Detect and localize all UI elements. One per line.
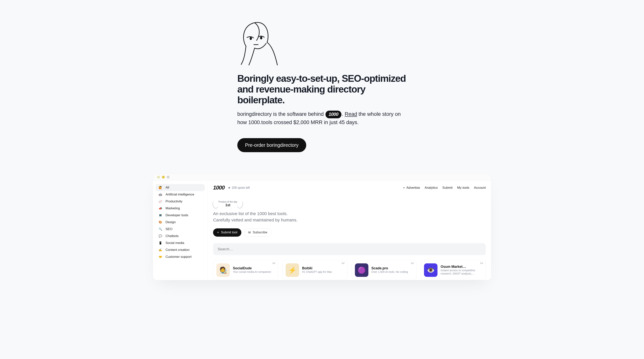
svg-point-0 bbox=[250, 37, 252, 40]
nav-advertise[interactable]: Advertise bbox=[403, 186, 420, 190]
sidebar-item-seo[interactable]: 🔍SEO bbox=[156, 226, 205, 233]
tool-card[interactable]: Ad👁️Osum Market…Instant access to compet… bbox=[421, 260, 486, 280]
app-logo: 1000 bbox=[213, 185, 224, 191]
sidebar-item-icon: 💬 bbox=[158, 234, 162, 238]
product-of-day-badge: Product of the day 1st bbox=[213, 200, 242, 207]
spots-left: 108 spots left bbox=[228, 186, 250, 190]
ad-badge: Ad bbox=[411, 262, 414, 265]
nav-submit[interactable]: Submit bbox=[442, 186, 452, 190]
sidebar-item-icon: 📈 bbox=[158, 200, 162, 203]
sidebar-item-label: Artificial intelligence bbox=[166, 193, 194, 196]
preorder-button[interactable]: Pre-order boringdirectory bbox=[237, 138, 306, 152]
product-screenshot-frame: 🙋All🤖Artificial intelligence📈Productivit… bbox=[153, 173, 491, 280]
sidebar-item-customer-support[interactable]: 🤝Customer support bbox=[156, 253, 205, 260]
sidebar-item-icon: ✍️ bbox=[158, 248, 162, 252]
tool-desc: #1 ChatGPT app for Mac bbox=[302, 270, 332, 274]
page-headline: Boringly easy-to-set-up, SEO-optimized a… bbox=[237, 73, 407, 105]
sidebar: 🙋All🤖Artificial intelligence📈Productivit… bbox=[153, 181, 208, 280]
sidebar-item-icon: 💻 bbox=[158, 214, 162, 217]
tool-card[interactable]: Ad🧑‍🎨SocialDudeYour social media AI comp… bbox=[213, 260, 278, 280]
tool-thumb: ⚡ bbox=[286, 263, 299, 277]
sidebar-item-design[interactable]: 🎨Design bbox=[156, 219, 205, 226]
bored-face-illustration bbox=[236, 19, 407, 65]
tool-card[interactable]: Ad🟣Scade.proOver 1,500 AI tools. No codi… bbox=[352, 260, 417, 280]
sidebar-item-icon: 📱 bbox=[158, 241, 162, 245]
sidebar-item-chatbots[interactable]: 💬Chatbots bbox=[156, 233, 205, 240]
brand-pill: 1000 bbox=[326, 111, 342, 118]
nav-my-tools[interactable]: My tools bbox=[457, 186, 469, 190]
plus-icon: + bbox=[217, 231, 219, 234]
tool-title: SocialDude bbox=[233, 266, 271, 270]
sidebar-item-label: Chatbots bbox=[166, 234, 178, 238]
page-subheadline: boringdirectory is the software behind 1… bbox=[237, 110, 405, 127]
nav-analytics[interactable]: Analytics bbox=[424, 186, 438, 190]
submit-tool-button[interactable]: + Submit tool bbox=[213, 228, 241, 237]
sidebar-item-label: Social media bbox=[166, 241, 184, 245]
tool-desc: Your social media AI companion bbox=[233, 270, 271, 274]
sidebar-item-label: Customer support bbox=[166, 255, 192, 259]
sidebar-item-label: Productivity bbox=[166, 200, 182, 203]
top-nav: Advertise Analytics Submit My tools Acco… bbox=[403, 186, 486, 190]
sidebar-item-content-creation[interactable]: ✍️Content creation bbox=[156, 246, 205, 253]
sidebar-item-social-media[interactable]: 📱Social media bbox=[156, 240, 205, 246]
tool-desc: Instant access to competitive research, … bbox=[440, 269, 482, 276]
tool-title: Scade.pro bbox=[372, 266, 408, 270]
sidebar-item-label: SEO bbox=[166, 227, 172, 231]
tool-thumb: 🟣 bbox=[355, 263, 368, 277]
tool-thumb: 🧑‍🎨 bbox=[216, 263, 230, 277]
sidebar-item-label: All bbox=[166, 186, 169, 190]
ad-badge: Ad bbox=[342, 262, 344, 265]
sidebar-item-marketing[interactable]: 📣Marketing bbox=[156, 205, 205, 212]
tool-thumb: 👁️ bbox=[424, 263, 438, 277]
sidebar-item-label: Developer tools bbox=[166, 213, 188, 217]
sidebar-item-icon: 🔍 bbox=[158, 227, 162, 231]
sidebar-item-developer-tools[interactable]: 💻Developer tools bbox=[156, 212, 205, 219]
read-link[interactable]: Read bbox=[345, 111, 357, 117]
mail-icon: ✉ bbox=[248, 231, 251, 235]
tool-card[interactable]: Ad⚡BoltAI#1 ChatGPT app for Mac bbox=[282, 260, 348, 280]
sidebar-item-artificial-intelligence[interactable]: 🤖Artificial intelligence bbox=[156, 191, 205, 198]
svg-point-1 bbox=[260, 37, 262, 39]
sidebar-item-icon: 📣 bbox=[158, 207, 162, 210]
sidebar-item-icon: 🤝 bbox=[158, 255, 162, 259]
sidebar-item-productivity[interactable]: 📈Productivity bbox=[156, 198, 205, 205]
search-input[interactable] bbox=[213, 243, 486, 255]
sidebar-item-icon: 🎨 bbox=[158, 221, 162, 224]
app-tagline: An exclusive list of the 1000 best tools… bbox=[213, 211, 486, 223]
ad-badge: Ad bbox=[272, 262, 275, 265]
tool-desc: Over 1,500 AI tools. No coding bbox=[372, 270, 408, 274]
tool-title: Osum Market… bbox=[440, 265, 482, 269]
window-traffic-lights bbox=[153, 174, 491, 180]
sidebar-item-icon: 🤖 bbox=[158, 193, 162, 196]
sidebar-item-all[interactable]: 🙋All bbox=[156, 184, 205, 191]
tool-title: BoltAI bbox=[302, 266, 332, 270]
sidebar-item-label: Design bbox=[166, 220, 176, 224]
nav-account[interactable]: Account bbox=[474, 186, 486, 190]
subscribe-button[interactable]: ✉ Subscribe bbox=[244, 228, 272, 237]
sidebar-item-label: Content creation bbox=[166, 248, 190, 252]
sidebar-item-icon: 🙋 bbox=[158, 186, 162, 189]
ad-badge: Ad bbox=[480, 262, 483, 265]
sidebar-item-label: Marketing bbox=[166, 206, 180, 210]
